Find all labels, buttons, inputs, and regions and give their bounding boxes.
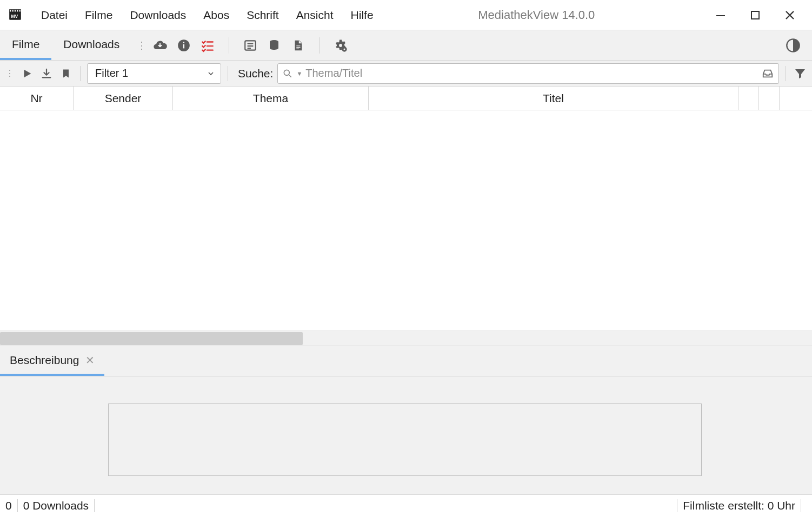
column-extra-3[interactable] bbox=[780, 87, 812, 110]
main-tabs: Filme Downloads bbox=[0, 30, 131, 60]
table-header: Nr Sender Thema Titel bbox=[0, 87, 812, 110]
svg-point-19 bbox=[284, 70, 290, 75]
svg-text:MV: MV bbox=[11, 14, 18, 19]
app-icon: MV bbox=[8, 8, 23, 23]
statusbar: 0 0 Downloads Filmliste erstellt: 0 Uhr bbox=[0, 494, 812, 516]
search-label: Suche: bbox=[235, 67, 273, 80]
download-icon[interactable] bbox=[39, 66, 54, 81]
status-count: 0 bbox=[5, 499, 12, 512]
filter-select-value: Filter 1 bbox=[95, 67, 128, 80]
status-filmlist: Filmliste erstellt: 0 Uhr bbox=[683, 499, 795, 512]
menubar: MV Datei Filme Downloads Abos Schrift An… bbox=[0, 0, 812, 30]
horizontal-scrollbar-thumb[interactable] bbox=[0, 332, 303, 345]
horizontal-scrollbar[interactable] bbox=[0, 330, 812, 346]
toolbar-icons bbox=[149, 37, 349, 54]
table-body bbox=[0, 110, 812, 346]
column-extra-2[interactable] bbox=[759, 87, 780, 110]
toolbar-separator bbox=[319, 37, 320, 54]
minimize-button[interactable] bbox=[713, 7, 729, 23]
svg-rect-12 bbox=[183, 42, 184, 43]
column-nr[interactable]: Nr bbox=[0, 87, 74, 110]
column-extra-1[interactable] bbox=[738, 87, 759, 110]
filterbar-separator bbox=[786, 66, 786, 81]
description-tab[interactable]: Beschreibung ✕ bbox=[0, 346, 104, 376]
list-icon[interactable] bbox=[242, 37, 258, 54]
description-body bbox=[0, 376, 812, 494]
search-input[interactable] bbox=[305, 67, 758, 80]
filter-select[interactable]: Filter 1 bbox=[87, 63, 221, 84]
tab-downloads[interactable]: Downloads bbox=[51, 30, 131, 60]
svg-rect-9 bbox=[751, 11, 759, 19]
bookmark-icon[interactable] bbox=[58, 66, 74, 81]
svg-rect-2 bbox=[10, 10, 11, 11]
cloud-download-icon[interactable] bbox=[152, 37, 168, 54]
checklist-icon[interactable] bbox=[199, 37, 216, 54]
close-button[interactable] bbox=[782, 7, 798, 23]
window-controls bbox=[713, 7, 808, 23]
search-icon bbox=[282, 68, 293, 79]
statusbar-separator bbox=[801, 499, 801, 512]
svg-point-15 bbox=[339, 44, 342, 47]
window-title: MediathekView 14.0.0 bbox=[382, 8, 713, 22]
filterbar: ⋮ Filter 1 Suche: ▼ bbox=[0, 61, 812, 87]
chevron-down-icon bbox=[207, 69, 215, 78]
menu-datei[interactable]: Datei bbox=[32, 5, 76, 25]
menu-hilfe[interactable]: Hilfe bbox=[342, 5, 382, 25]
document-icon[interactable] bbox=[290, 37, 306, 54]
svg-rect-6 bbox=[19, 10, 21, 11]
statusbar-separator bbox=[94, 499, 95, 512]
svg-rect-5 bbox=[17, 10, 18, 11]
description-tabs: Beschreibung ✕ bbox=[0, 346, 812, 376]
menu-ansicht[interactable]: Ansicht bbox=[288, 5, 342, 25]
search-box[interactable]: ▼ bbox=[277, 63, 779, 84]
svg-rect-11 bbox=[183, 44, 184, 48]
menu-schrift[interactable]: Schrift bbox=[238, 5, 288, 25]
filterbar-separator bbox=[80, 66, 81, 81]
toolbar: Filme Downloads ⋮ bbox=[0, 30, 812, 61]
tab-filme[interactable]: Filme bbox=[0, 30, 51, 60]
svg-rect-4 bbox=[15, 10, 16, 11]
column-thema[interactable]: Thema bbox=[173, 87, 369, 110]
menu-filme[interactable]: Filme bbox=[76, 5, 121, 25]
info-icon[interactable] bbox=[176, 37, 192, 54]
column-sender[interactable]: Sender bbox=[74, 87, 173, 110]
statusbar-separator bbox=[17, 499, 18, 512]
settings-icon[interactable] bbox=[332, 37, 349, 54]
svg-rect-8 bbox=[716, 15, 725, 16]
menu-downloads[interactable]: Downloads bbox=[121, 5, 195, 25]
play-icon[interactable] bbox=[19, 66, 35, 81]
status-downloads: 0 Downloads bbox=[23, 499, 89, 512]
svg-point-17 bbox=[344, 48, 345, 50]
statusbar-separator bbox=[677, 499, 677, 512]
inbox-icon[interactable] bbox=[761, 68, 774, 80]
filter-funnel-icon[interactable] bbox=[793, 66, 808, 81]
close-icon[interactable]: ✕ bbox=[85, 354, 95, 367]
menu-abos[interactable]: Abos bbox=[195, 5, 238, 25]
toolbar-grip-icon: ⋮ bbox=[131, 43, 149, 48]
description-panel: Beschreibung ✕ bbox=[0, 346, 812, 494]
filterbar-grip-icon: ⋮ bbox=[4, 68, 15, 78]
maximize-button[interactable] bbox=[747, 7, 763, 23]
contrast-icon[interactable] bbox=[785, 37, 801, 54]
filterbar-separator bbox=[228, 66, 228, 81]
toolbar-separator bbox=[229, 37, 229, 54]
column-titel[interactable]: Titel bbox=[369, 87, 738, 110]
svg-rect-3 bbox=[12, 10, 14, 11]
search-dropdown-icon[interactable]: ▼ bbox=[296, 70, 302, 77]
description-tab-label: Beschreibung bbox=[10, 354, 79, 367]
database-icon[interactable] bbox=[266, 37, 282, 54]
menu-items: Datei Filme Downloads Abos Schrift Ansic… bbox=[32, 5, 382, 25]
description-textarea[interactable] bbox=[108, 403, 702, 476]
